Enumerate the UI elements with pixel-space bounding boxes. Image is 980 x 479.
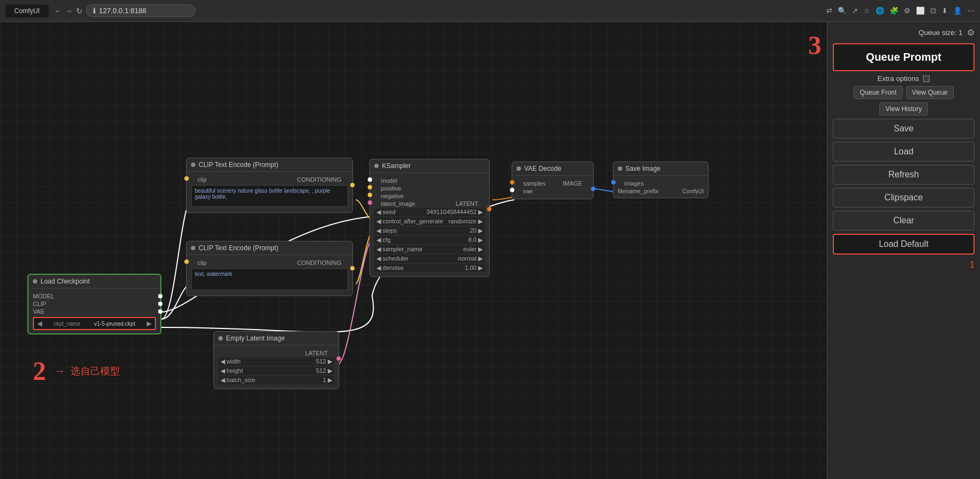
ksampler-seed-row: ◀ seed 349110458444452 ▶ [374, 208, 485, 216]
forward-icon[interactable]: → [65, 7, 73, 15]
queue-front-button[interactable]: Queue Front [854, 86, 902, 99]
queue-prompt-button[interactable]: Queue Prompt [833, 43, 975, 71]
clip-text-pos-node: CLIP Text Encode (Prompt) clip CONDITION… [186, 158, 353, 213]
extra-options-checkbox[interactable] [923, 76, 930, 82]
menu-icon[interactable]: ⋯ [967, 7, 975, 15]
node-header-ksampler: KSampler [370, 159, 489, 173]
save-filename-row: filename_prefix ComfyUI [618, 188, 704, 194]
port-positive-in [368, 185, 372, 189]
settings-gear-icon[interactable]: ⚙ [967, 27, 975, 38]
load-button[interactable]: Load [833, 142, 975, 161]
extra-options-row: Extra options [833, 74, 975, 83]
panel-number: 1 [833, 260, 975, 270]
reload-icon[interactable]: ↻ [76, 7, 83, 15]
port-vae-in [510, 188, 514, 192]
ksampler-positive-row: positive [374, 185, 485, 192]
port-clip-out [158, 302, 163, 306]
node-header-load-checkpoint: Load Checkpoint [28, 275, 160, 288]
latent-batch-row: ◀ batch_size 1 ▶ [218, 376, 334, 384]
right-panel: Queue size: 1 ⚙ Queue Prompt Extra optio… [827, 22, 980, 479]
globe-icon[interactable]: 🌐 [875, 7, 884, 15]
translate-icon[interactable]: ⇄ [826, 7, 832, 15]
ksampler-sampler-row: ◀ sampler_name euler ▶ [374, 245, 485, 253]
node-body-vae: samples IMAGE vae [512, 176, 593, 199]
settings-icon[interactable]: ⚙ [904, 7, 911, 15]
browser-nav: ← → ↻ ℹ 127.0.0.1:8188 [54, 4, 195, 17]
port-model-out [158, 294, 163, 298]
ckpt-selector[interactable]: ◀ ckpt_name v1-5-pruned.ckpt ▶ [33, 317, 156, 330]
port-clip-neg-in [184, 259, 189, 264]
node-header-clip-pos: CLIP Text Encode (Prompt) [187, 158, 352, 172]
ksampler-control-row: ◀ control_after_generate randomize ▶ [374, 217, 485, 226]
node-header-vae: VAE Decode [512, 162, 593, 176]
ksampler-steps-row: ◀ steps 20 ▶ [374, 227, 485, 235]
port-samples-in [510, 180, 514, 184]
cursor-icon[interactable]: ↗ [852, 7, 858, 15]
port-conditioning-pos-out [350, 183, 355, 187]
clipspace-button[interactable]: Clipspace [833, 188, 975, 207]
tablet-icon[interactable]: ⬜ [916, 7, 925, 15]
active-tab[interactable]: ComfyUI [5, 4, 49, 18]
lock-icon: ℹ [93, 7, 96, 15]
browser-tabs: ComfyUI [5, 4, 49, 18]
port-image-out [591, 187, 595, 191]
port-latent-in [368, 200, 372, 205]
latent-output-row: LATENT [218, 350, 334, 356]
queue-size-row: Queue size: 1 ⚙ [833, 27, 975, 38]
ksampler-model-row: model [374, 177, 485, 184]
zoom-icon[interactable]: 🔍 [838, 7, 846, 15]
node-body-clip-neg: clip CONDITIONING text, watermark [187, 255, 352, 296]
load-default-button[interactable]: Load Default [833, 234, 975, 255]
annotation-2: 2 → 选自己模型 [33, 356, 120, 386]
view-history-button[interactable]: View History [879, 102, 927, 116]
ksampler-negative-row: negative [374, 193, 485, 199]
ckpt-next-btn[interactable]: ▶ [147, 320, 152, 327]
vae-vae-row: vae [517, 188, 589, 194]
address-bar[interactable]: ℹ 127.0.0.1:8188 [86, 4, 195, 17]
node-row-clip-neg-ports: clip CONDITIONING [191, 259, 348, 266]
vae-decode-node: VAE Decode samples IMAGE vae [512, 161, 594, 199]
vae-samples-row: samples IMAGE [517, 180, 589, 187]
node-body-latent: LATENT ◀ width 512 ▶ ◀ height 512 ▶ ◀ ba… [214, 345, 339, 389]
back-icon[interactable]: ← [54, 7, 62, 15]
ckpt-prev-btn[interactable]: ◀ [37, 320, 42, 327]
port-model-in [368, 177, 372, 182]
ksampler-node: KSampler model positive negative [369, 159, 490, 277]
download-icon[interactable]: ⬇ [942, 7, 948, 15]
queue-history-row: Queue Front View Queue [833, 86, 975, 99]
ksampler-scheduler-row: ◀ scheduler normal ▶ [374, 255, 485, 263]
port-vae-out [158, 309, 163, 314]
node-header-clip-neg: CLIP Text Encode (Prompt) [187, 241, 352, 255]
save-button[interactable]: Save [833, 119, 975, 138]
view-queue-button[interactable]: View Queue [906, 86, 954, 99]
refresh-button[interactable]: Refresh [833, 165, 975, 184]
node-dot-save [618, 166, 622, 171]
latent-image-node: Empty Latent Image LATENT ◀ width 512 ▶ … [213, 331, 339, 389]
node-dot-clip-pos [191, 163, 195, 167]
star-icon[interactable]: ☆ [863, 7, 870, 15]
clear-button[interactable]: Clear [833, 211, 975, 230]
node-body-ksampler: model positive negative latent_image [370, 173, 489, 276]
node-dot [33, 279, 37, 284]
bookmark-icon[interactable]: ⊡ [930, 7, 936, 15]
canvas-area: Load Checkpoint MODEL CLIP VAE ◀ ckpt_na… [0, 22, 827, 479]
annotation-3: 3 [808, 30, 821, 60]
text-area-neg[interactable]: text, watermark [191, 268, 348, 290]
node-row-clip-pos-ports: clip CONDITIONING [191, 176, 348, 183]
node-row-model: MODEL [33, 293, 156, 299]
extension-icon[interactable]: 🧩 [890, 7, 898, 15]
node-row-vae: VAE [33, 308, 156, 315]
save-images-row: images [618, 180, 704, 187]
text-area-pos[interactable]: beautiful scenery nature glass bottle la… [191, 185, 348, 207]
node-body-load-checkpoint: MODEL CLIP VAE ◀ ckpt_name v1-5-pruned.c… [28, 288, 160, 333]
port-clip-pos-in [184, 176, 189, 181]
port-latent-out-empty [337, 356, 341, 361]
save-image-node: Save Image images filename_prefix ComfyU… [613, 161, 709, 198]
node-dot-clip-neg [191, 246, 195, 250]
node-dot-vae [517, 166, 521, 171]
node-header-save: Save Image [613, 162, 708, 176]
node-dot-ksampler [374, 164, 379, 168]
latent-width-row: ◀ width 512 ▶ [218, 357, 334, 366]
browser-icons: ⇄ 🔍 ↗ ☆ 🌐 🧩 ⚙ ⬜ ⊡ ⬇ 👤 ⋯ [826, 7, 975, 15]
profile-icon[interactable]: 👤 [953, 7, 962, 15]
